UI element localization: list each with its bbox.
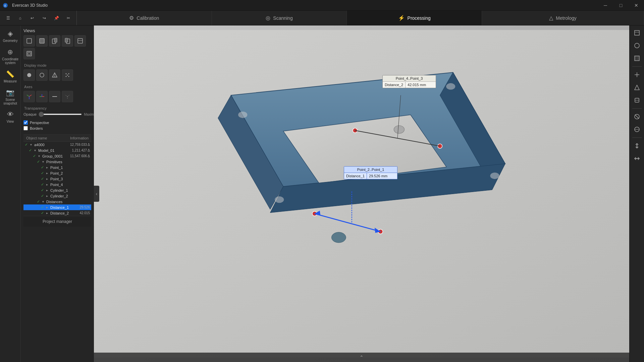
check-icon: ✓ (41, 171, 46, 175)
svg-rect-5 (54, 38, 57, 42)
view-right-btn[interactable] (62, 35, 73, 47)
tool-panel: Views (21, 25, 94, 362)
metrology-icon: △ (549, 15, 553, 21)
tab-calibration-label: Calibration (137, 15, 159, 21)
axes-section: Axes (23, 85, 91, 102)
tree-item-primitives[interactable]: ✓ ▾ Primitives (23, 159, 91, 165)
view-persp-btn[interactable] (23, 48, 35, 59)
tree-item-distance2[interactable]: ✓ ▸ Distance_2 42.015 (23, 210, 91, 216)
rt-btn-5[interactable] (631, 81, 643, 94)
tree-item-point3[interactable]: ✓ ▸ Point_3 (23, 176, 91, 182)
views-label: Views (23, 28, 91, 33)
dm-solid-btn[interactable] (23, 69, 35, 81)
view-left-btn[interactable] (49, 35, 60, 47)
viewport[interactable]: ‹ (94, 25, 629, 362)
tree-item-model01[interactable]: ✓ ▾ Model_01 1,211.427 Δ (23, 147, 91, 153)
svg-rect-7 (65, 38, 68, 42)
sidebar-item-view[interactable]: 👁 View (1, 108, 20, 126)
expand-icon: ▾ (34, 148, 38, 152)
svg-point-21 (67, 75, 68, 76)
rt-btn-2[interactable] (631, 40, 643, 52)
rt-btn-3[interactable] (631, 52, 643, 64)
tab-scanning[interactable]: ◎ Scanning (212, 11, 347, 25)
dm-mesh-btn[interactable] (49, 69, 60, 81)
distance-2-row: Distance_2 42.015 mm (383, 82, 436, 88)
tree-item-group0001[interactable]: ✓ ▾ Group_0001 11,547.606 Δ (23, 153, 91, 159)
expand-icon: ▸ (46, 211, 50, 215)
view-top-btn[interactable] (74, 35, 86, 47)
borders-checkbox[interactable] (23, 126, 28, 130)
axes-none-btn[interactable] (62, 91, 73, 102)
tree-item-cylinder1[interactable]: ✓ ▸ Cylinder_1 (23, 187, 91, 193)
undo-button[interactable]: ↩ (27, 13, 38, 23)
svg-line-29 (67, 95, 70, 97)
tree-item-point2[interactable]: ✓ ▸ Point_2 (23, 170, 91, 176)
scanning-icon: ◎ (266, 15, 270, 21)
rt-btn-9[interactable] (631, 140, 643, 152)
transparency-slider[interactable] (39, 114, 82, 115)
project-manager[interactable]: Project manager (23, 216, 91, 227)
rt-btn-6[interactable] (631, 94, 643, 106)
rt-btn-4[interactable] (631, 69, 643, 81)
measure-icon: 📏 (6, 70, 14, 78)
bottom-chevron-icon[interactable]: ⌃ (360, 355, 364, 360)
redo-button[interactable]: ↪ (39, 13, 50, 23)
sidebar-item-geometry[interactable]: ◈ Geometry (1, 27, 20, 45)
sidebar-item-scene-snapshot[interactable]: 📷 Scene snapshot (1, 86, 20, 108)
top-navigation: ☰ ⌂ ↩ ↪ 📌 ✂ ⚙ Calibration ◎ Scanning ⚡ P… (0, 11, 644, 25)
tree-item-distances[interactable]: ✓ ▾ Distances (23, 199, 91, 204)
tree-item-cylinder2[interactable]: ✓ ▸ Cylinder_2 (23, 193, 91, 199)
rt-btn-7[interactable] (631, 111, 643, 123)
check-icon: ✓ (41, 194, 46, 198)
perspective-checkbox[interactable] (23, 120, 28, 125)
close-button[interactable]: ✕ (629, 0, 644, 11)
distance-2-title: Point_4..Point_3 (383, 75, 436, 82)
minimize-button[interactable]: ─ (598, 0, 613, 11)
view-back-btn[interactable] (36, 35, 48, 47)
borders-row: Borders (23, 126, 91, 130)
dm-wire-btn[interactable] (36, 69, 48, 81)
check-icon: ✓ (29, 148, 34, 153)
views-section: Views (23, 28, 91, 59)
rt-btn-8[interactable] (631, 123, 643, 135)
svg-line-66 (635, 115, 639, 119)
cut-button[interactable]: ✂ (63, 13, 74, 23)
tab-processing[interactable]: ⚡ Processing (347, 11, 482, 25)
view-front-btn[interactable] (23, 35, 35, 47)
sidebar-item-coordinate[interactable]: ⊕ Coordinate system (1, 45, 20, 67)
svg-point-19 (66, 76, 67, 77)
pin-button[interactable]: 📌 (51, 13, 62, 23)
svg-point-12 (27, 73, 31, 77)
max-transparency-label: Maximum transparency (84, 113, 94, 116)
tree-item-a4000[interactable]: ✓ ▾ a4000 12,759.033 Δ (23, 142, 91, 147)
tab-calibration[interactable]: ⚙ Calibration (77, 11, 212, 25)
check-icon: ✓ (41, 165, 46, 170)
distance-2-value: 42.015 mm (406, 82, 428, 88)
tab-metrology-label: Metrology (556, 15, 576, 21)
axes-xyz-btn[interactable] (23, 91, 35, 102)
svg-point-38 (238, 112, 247, 118)
sidebar-item-measure[interactable]: 📏 Measure (1, 67, 20, 86)
axes-line-btn[interactable] (49, 91, 60, 102)
axes-flat-btn[interactable] (36, 91, 48, 102)
rt-btn-1[interactable] (631, 27, 643, 39)
rt-btn-10[interactable] (631, 153, 643, 165)
tree-item-distance1[interactable]: ✓ ▸ Distance_1 29.526 (23, 204, 91, 210)
menu-button[interactable]: ☰ (3, 13, 13, 23)
collapse-panel-button[interactable]: ‹ (94, 186, 99, 202)
project-manager-label: Project manager (43, 219, 72, 224)
expand-icon: ▾ (42, 160, 46, 164)
dm-points-btn[interactable] (62, 69, 73, 81)
svg-point-18 (68, 73, 69, 74)
expand-icon: ▸ (46, 171, 50, 175)
maximize-button[interactable]: □ (613, 0, 629, 11)
tree-item-point4[interactable]: ✓ ▸ Point_4 (23, 182, 91, 187)
3d-scene (94, 25, 629, 362)
tab-metrology[interactable]: △ Metrology (482, 11, 644, 25)
tab-processing-label: Processing (408, 15, 431, 21)
home-button[interactable]: ⌂ (15, 13, 25, 23)
svg-point-41 (275, 196, 284, 203)
display-mode-section: Display mode (23, 63, 91, 81)
svg-line-30 (65, 95, 67, 97)
tree-item-point1[interactable]: ✓ ▸ Point_1 (23, 165, 91, 170)
